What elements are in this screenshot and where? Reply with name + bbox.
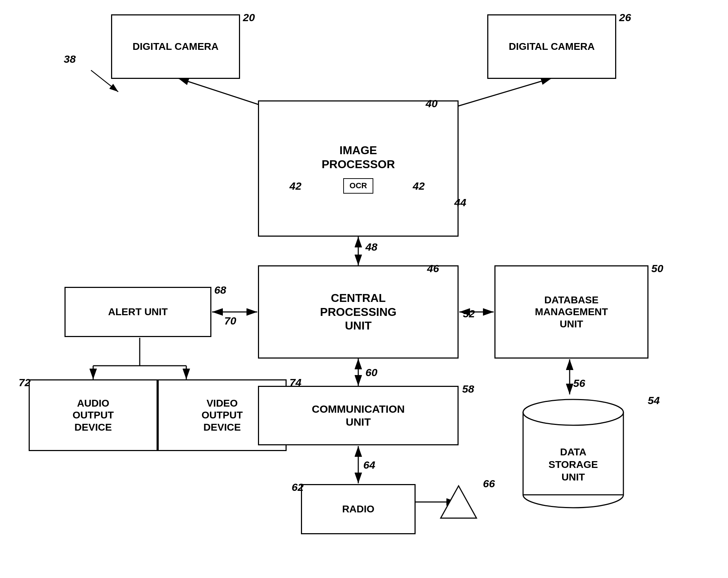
image-processor-label: IMAGEPROCESSOR <box>322 143 395 171</box>
label-60: 60 <box>365 366 377 379</box>
num-62: 62 <box>292 481 303 493</box>
diagram: 38 DIGITAL CAMERA 20 DIGITAL CAMERA 26 I… <box>0 0 728 578</box>
audio-label: AUDIOOUTPUTDEVICE <box>72 397 114 434</box>
dbm-label: DATABASEMANAGEMENTUNIT <box>535 294 608 330</box>
central-processing-unit: CENTRALPROCESSINGUNIT <box>258 265 459 359</box>
antenna <box>430 480 487 523</box>
radio: RADIO <box>301 484 416 534</box>
svg-marker-23 <box>441 486 476 518</box>
svg-point-19 <box>523 399 623 425</box>
num-54: 54 <box>648 394 660 407</box>
audio-output: AUDIOOUTPUTDEVICE <box>29 379 158 451</box>
num-20: 20 <box>243 11 255 24</box>
num-68: 68 <box>214 284 226 296</box>
cylinder-svg: DATA STORAGE UNIT <box>509 394 638 509</box>
num-26: 26 <box>619 11 631 24</box>
svg-text:DATA: DATA <box>560 446 586 458</box>
label-52: 52 <box>463 308 475 320</box>
antenna-svg <box>437 482 480 522</box>
label-42-left: 42 <box>289 180 301 192</box>
num-58: 58 <box>462 383 474 395</box>
num-46: 46 <box>427 262 439 275</box>
num-44: 44 <box>454 196 466 209</box>
label-48: 48 <box>365 241 377 253</box>
num-66: 66 <box>483 478 495 490</box>
digital-camera-right: DIGITAL CAMERA <box>487 14 616 79</box>
comm-label: COMMUNICATIONUNIT <box>312 403 404 428</box>
database-mgmt: DATABASEMANAGEMENTUNIT <box>494 265 648 359</box>
svg-text:STORAGE: STORAGE <box>549 459 598 470</box>
num-72: 72 <box>19 376 30 389</box>
ocr-box: OCR <box>343 178 374 193</box>
num-50: 50 <box>651 262 663 275</box>
num-40: 40 <box>426 98 437 110</box>
data-storage: DATA STORAGE UNIT <box>509 394 638 509</box>
alert-unit: ALERT UNIT <box>64 287 211 337</box>
video-label: VIDEOOUTPUTDEVICE <box>201 397 243 434</box>
cpu-label: CENTRALPROCESSINGUNIT <box>320 291 396 332</box>
svg-text:UNIT: UNIT <box>561 472 585 483</box>
communication-unit: COMMUNICATIONUNIT <box>258 386 459 445</box>
label-64: 64 <box>363 459 375 471</box>
label-70: 70 <box>224 315 236 327</box>
digital-camera-left: DIGITAL CAMERA <box>111 14 240 79</box>
image-processor: IMAGEPROCESSOR OCR <box>258 100 459 237</box>
label-56: 56 <box>573 377 585 389</box>
label-38: 38 <box>64 53 76 65</box>
label-42-right: 42 <box>413 180 425 192</box>
